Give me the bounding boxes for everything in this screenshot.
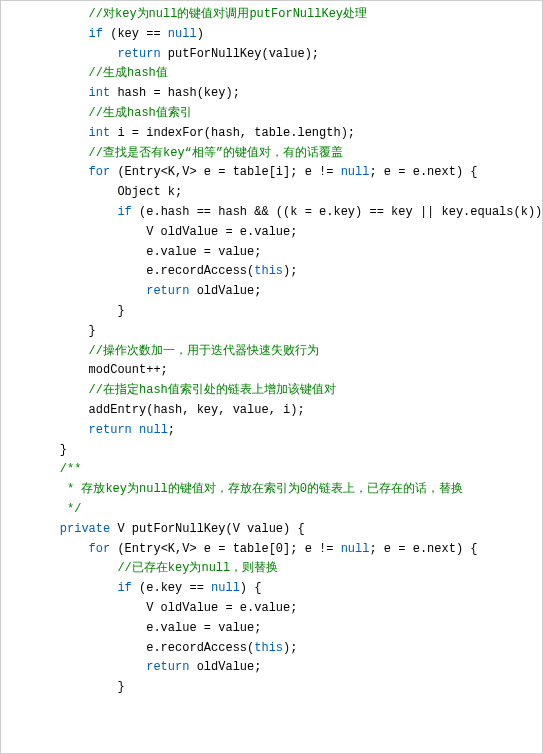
indent (31, 660, 146, 674)
keyword-text: if (117, 581, 131, 595)
indent (31, 86, 89, 100)
comment-text: //已存在key为null，则替换 (117, 561, 278, 575)
code-text: addEntry(hash, key, value, i); (89, 403, 305, 417)
indent (31, 126, 89, 140)
code-text: e.value = value; (146, 245, 261, 259)
keyword-text: null (139, 423, 168, 437)
code-line: e.recordAccess(this); (1, 639, 542, 659)
indent (31, 641, 146, 655)
code-text: ); (283, 264, 297, 278)
code-text: V putForNullKey(V value) { (110, 522, 304, 536)
indent (31, 443, 60, 457)
indent (31, 205, 117, 219)
keyword-text: int (89, 126, 111, 140)
indent (31, 106, 89, 120)
code-text: e.recordAccess( (146, 641, 254, 655)
keyword-text: return (89, 423, 132, 437)
code-line: for (Entry<K,V> e = table[0]; e != null;… (1, 540, 542, 560)
indent (31, 522, 60, 536)
keyword-text: return (146, 284, 189, 298)
keyword-text: null (211, 581, 240, 595)
code-line: if (e.key == null) { (1, 579, 542, 599)
code-line: int i = indexFor(hash, table.length); (1, 124, 542, 144)
code-line: return oldValue; (1, 282, 542, 302)
code-text: Object k; (117, 185, 182, 199)
code-text: oldValue; (189, 660, 261, 674)
indent (31, 264, 146, 278)
keyword-text: for (89, 542, 111, 556)
code-line: //操作次数加一，用于迭代器快速失败行为 (1, 342, 542, 362)
indent (31, 383, 89, 397)
keyword-text: null (341, 542, 370, 556)
code-line: return oldValue; (1, 658, 542, 678)
indent (31, 7, 89, 21)
indent (31, 66, 89, 80)
code-text: (key == (103, 27, 168, 41)
keyword-text: private (60, 522, 110, 536)
code-line: //已存在key为null，则替换 (1, 559, 542, 579)
indent (31, 621, 146, 635)
code-line: modCount++; (1, 361, 542, 381)
code-line: e.recordAccess(this); (1, 262, 542, 282)
code-line: } (1, 441, 542, 461)
keyword-text: null (168, 27, 197, 41)
code-line: //生成hash值索引 (1, 104, 542, 124)
code-line: //生成hash值 (1, 64, 542, 84)
code-line: if (e.hash == hash && ((k = e.key) == ke… (1, 203, 542, 223)
indent (31, 423, 89, 437)
keyword-text: return (117, 47, 160, 61)
code-text: ) (197, 27, 204, 41)
code-line: private V putForNullKey(V value) { (1, 520, 542, 540)
code-line: for (Entry<K,V> e = table[i]; e != null;… (1, 163, 542, 183)
code-line: V oldValue = e.value; (1, 223, 542, 243)
indent (31, 324, 89, 338)
code-text: ; e = e.next) { (369, 542, 477, 556)
code-line: } (1, 322, 542, 342)
code-text: ) { (240, 581, 262, 595)
code-line: V oldValue = e.value; (1, 599, 542, 619)
code-line: return putForNullKey(value); (1, 45, 542, 65)
comment-text: //查找是否有key“相等”的键值对，有的话覆盖 (89, 146, 343, 160)
indent (31, 403, 89, 417)
code-block: //对key为null的键值对调用putForNullKey处理 if (key… (0, 0, 543, 754)
indent (31, 601, 146, 615)
code-text: hash = hash(key); (110, 86, 240, 100)
code-text: V oldValue = e.value; (146, 225, 297, 239)
indent (31, 185, 117, 199)
comment-text: * 存放key为null的键值对，存放在索引为0的链表上，已存在的话，替换 (60, 482, 463, 496)
keyword-text: null (341, 165, 370, 179)
code-line: return null; (1, 421, 542, 441)
indent (31, 482, 60, 496)
indent (31, 284, 146, 298)
code-text: } (117, 304, 124, 318)
comment-text: //生成hash值 (89, 66, 168, 80)
indent (31, 502, 60, 516)
code-line: } (1, 302, 542, 322)
code-text: (Entry<K,V> e = table[0]; e != (110, 542, 340, 556)
indent (31, 680, 117, 694)
code-line: e.value = value; (1, 243, 542, 263)
code-line: //对key为null的键值对调用putForNullKey处理 (1, 5, 542, 25)
code-text: e.value = value; (146, 621, 261, 635)
code-text: i = indexFor(hash, table.length); (110, 126, 355, 140)
code-line: int hash = hash(key); (1, 84, 542, 104)
code-line: //在指定hash值索引处的链表上增加该键值对 (1, 381, 542, 401)
keyword-text: if (89, 27, 103, 41)
code-text: } (117, 680, 124, 694)
code-line: } (1, 678, 542, 698)
code-text: } (89, 324, 96, 338)
indent (31, 581, 117, 595)
comment-text: /** (60, 462, 82, 476)
code-text: (e.hash == hash && ((k = e.key) == key |… (132, 205, 543, 219)
indent (31, 344, 89, 358)
code-line: if (key == null) (1, 25, 542, 45)
keyword-text: for (89, 165, 111, 179)
code-text: e.recordAccess( (146, 264, 254, 278)
indent (31, 47, 117, 61)
indent (31, 304, 117, 318)
code-text: ); (283, 641, 297, 655)
code-text: putForNullKey(value); (161, 47, 319, 61)
indent (31, 165, 89, 179)
indent (31, 27, 89, 41)
code-line: /** (1, 460, 542, 480)
